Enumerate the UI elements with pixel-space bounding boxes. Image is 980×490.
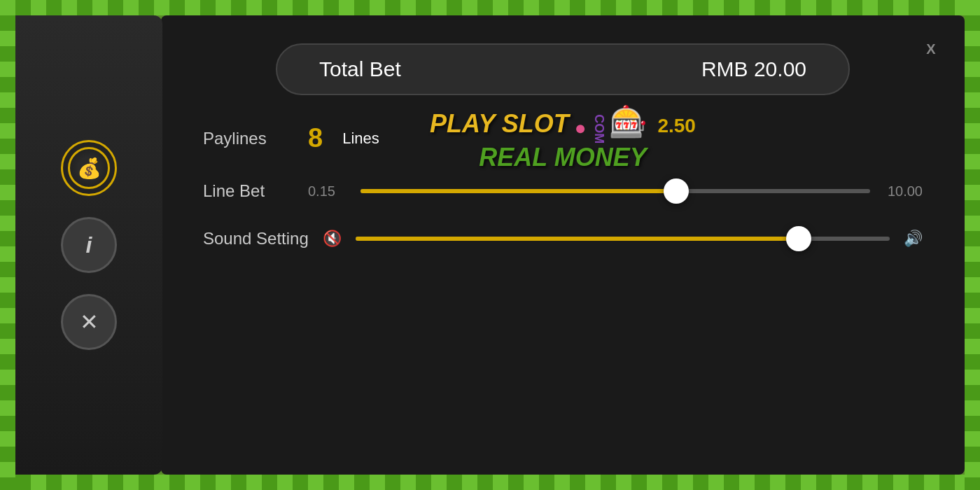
paylines-unit: Lines (342, 130, 379, 148)
total-bet-value: RMB 20.00 (701, 57, 806, 81)
paylines-label: Paylines (203, 129, 294, 148)
line-bet-min: 0.15 (308, 183, 346, 200)
border-bottom (0, 475, 980, 490)
close-button[interactable]: X (918, 36, 944, 62)
sound-track[interactable] (356, 237, 890, 241)
sidebar-close-button[interactable]: ✕ (61, 294, 117, 350)
line-bet-thumb[interactable] (664, 178, 689, 204)
paylines-row: Paylines 8 Lines PLAY SLOT COM 🎰 2.50 RE… (203, 123, 923, 153)
close-icon: ✕ (80, 309, 99, 335)
border-right (965, 0, 980, 490)
chip-inner: 💰 (68, 147, 110, 189)
slot-value: 2.50 (657, 115, 696, 136)
line-bet-label: Line Bet (203, 181, 294, 201)
sidebar: 💰 i ✕ (15, 15, 162, 475)
chip-button[interactable]: 💰 (61, 140, 117, 196)
sound-muted-icon[interactable]: 🔇 (323, 230, 342, 248)
total-bet-pill: Total Bet RMB 20.00 (276, 43, 850, 95)
sound-fill (356, 237, 799, 241)
watermark-dot (576, 125, 584, 134)
info-icon: i (86, 232, 92, 258)
sound-thumb[interactable] (786, 226, 811, 251)
watermark: PLAY SLOT COM 🎰 2.50 REAL MONEY (430, 105, 696, 172)
watermark-real: REAL MONEY (479, 144, 646, 172)
border-left (0, 0, 15, 490)
total-bet-label: Total Bet (319, 57, 401, 81)
info-button[interactable]: i (61, 217, 117, 273)
watermark-com: COM (592, 115, 606, 144)
sound-setting-label: Sound Setting (203, 229, 309, 248)
watermark-play: PLAY SLOT (430, 109, 569, 138)
main-panel: X Total Bet RMB 20.00 Paylines 8 Lines P… (161, 15, 965, 475)
line-bet-row: Line Bet 0.15 10.00 (203, 181, 923, 201)
line-bet-track[interactable] (360, 189, 870, 193)
paylines-value: 8 (308, 123, 323, 153)
chip-icon: 💰 (77, 157, 102, 180)
slot-machine-icon: 🎰 (609, 104, 648, 139)
border-top (0, 0, 980, 15)
sound-loud-icon[interactable]: 🔊 (904, 230, 923, 248)
line-bet-max: 10.00 (884, 183, 923, 200)
sound-setting-row: Sound Setting 🔇 🔊 (203, 229, 923, 248)
line-bet-fill (360, 189, 676, 193)
total-bet-row: Total Bet RMB 20.00 (203, 43, 923, 95)
